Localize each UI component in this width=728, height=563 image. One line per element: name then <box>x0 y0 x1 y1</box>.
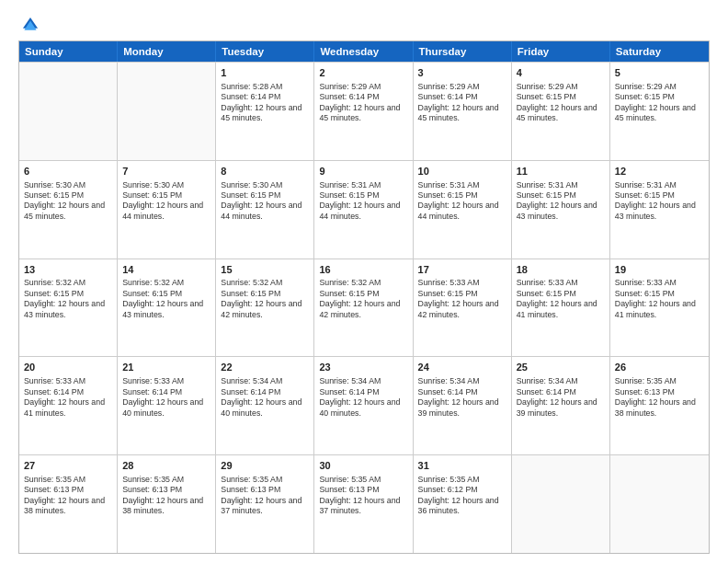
header-day-thursday: Thursday <box>414 41 512 62</box>
calendar: SundayMondayTuesdayWednesdayThursdayFrid… <box>18 40 710 554</box>
empty-cell <box>118 63 216 160</box>
day-cell-17: 17Sunrise: 5:33 AM Sunset: 6:15 PM Dayli… <box>414 259 512 357</box>
day-cell-19: 19Sunrise: 5:33 AM Sunset: 6:15 PM Dayli… <box>610 259 709 357</box>
day-number: 10 <box>418 165 506 178</box>
calendar-header: SundayMondayTuesdayWednesdayThursdayFrid… <box>19 41 709 62</box>
cell-info: Sunrise: 5:35 AM Sunset: 6:13 PM Dayligh… <box>615 376 704 419</box>
day-cell-25: 25Sunrise: 5:34 AM Sunset: 6:14 PM Dayli… <box>512 357 610 454</box>
cell-info: Sunrise: 5:29 AM Sunset: 6:15 PM Dayligh… <box>615 82 704 124</box>
day-cell-9: 9Sunrise: 5:31 AM Sunset: 6:15 PM Daylig… <box>314 161 413 259</box>
day-cell-29: 29Sunrise: 5:35 AM Sunset: 6:13 PM Dayli… <box>216 455 314 553</box>
day-cell-24: 24Sunrise: 5:34 AM Sunset: 6:14 PM Dayli… <box>414 357 512 454</box>
day-cell-8: 8Sunrise: 5:30 AM Sunset: 6:15 PM Daylig… <box>216 161 314 259</box>
cell-info: Sunrise: 5:30 AM Sunset: 6:15 PM Dayligh… <box>122 180 210 223</box>
day-number: 1 <box>221 66 309 80</box>
day-number: 8 <box>221 165 309 178</box>
cell-info: Sunrise: 5:29 AM Sunset: 6:15 PM Dayligh… <box>517 82 605 124</box>
day-cell-18: 18Sunrise: 5:33 AM Sunset: 6:15 PM Dayli… <box>512 259 610 357</box>
day-number: 6 <box>24 165 112 178</box>
header-day-wednesday: Wednesday <box>314 41 413 62</box>
header-day-tuesday: Tuesday <box>216 41 314 62</box>
day-cell-30: 30Sunrise: 5:35 AM Sunset: 6:13 PM Dayli… <box>314 455 413 553</box>
header-day-monday: Monday <box>118 41 216 62</box>
day-number: 13 <box>24 263 112 277</box>
day-number: 2 <box>319 66 407 80</box>
day-number: 16 <box>319 263 407 277</box>
day-number: 24 <box>418 361 506 374</box>
day-cell-14: 14Sunrise: 5:32 AM Sunset: 6:15 PM Dayli… <box>118 259 216 357</box>
day-number: 14 <box>122 263 210 277</box>
week-row-5: 27Sunrise: 5:35 AM Sunset: 6:13 PM Dayli… <box>19 454 709 553</box>
day-number: 28 <box>122 459 210 473</box>
empty-cell <box>610 455 709 553</box>
cell-info: Sunrise: 5:31 AM Sunset: 6:15 PM Dayligh… <box>418 180 506 223</box>
day-cell-23: 23Sunrise: 5:34 AM Sunset: 6:14 PM Dayli… <box>314 357 413 454</box>
day-cell-3: 3Sunrise: 5:29 AM Sunset: 6:14 PM Daylig… <box>414 63 512 160</box>
day-number: 30 <box>319 459 407 473</box>
day-cell-27: 27Sunrise: 5:35 AM Sunset: 6:13 PM Dayli… <box>19 455 118 553</box>
day-number: 4 <box>517 66 605 80</box>
page: SundayMondayTuesdayWednesdayThursdayFrid… <box>0 0 728 563</box>
cell-info: Sunrise: 5:35 AM Sunset: 6:13 PM Dayligh… <box>24 475 112 517</box>
day-cell-13: 13Sunrise: 5:32 AM Sunset: 6:15 PM Dayli… <box>19 259 118 357</box>
cell-info: Sunrise: 5:35 AM Sunset: 6:12 PM Dayligh… <box>418 475 506 517</box>
day-cell-21: 21Sunrise: 5:33 AM Sunset: 6:14 PM Dayli… <box>118 357 216 454</box>
day-number: 3 <box>418 66 506 80</box>
day-cell-11: 11Sunrise: 5:31 AM Sunset: 6:15 PM Dayli… <box>512 161 610 259</box>
day-number: 20 <box>24 361 112 374</box>
week-row-1: 1Sunrise: 5:28 AM Sunset: 6:14 PM Daylig… <box>19 62 709 160</box>
cell-info: Sunrise: 5:32 AM Sunset: 6:15 PM Dayligh… <box>24 278 112 320</box>
day-cell-15: 15Sunrise: 5:32 AM Sunset: 6:15 PM Dayli… <box>216 259 314 357</box>
day-number: 26 <box>615 361 704 374</box>
cell-info: Sunrise: 5:34 AM Sunset: 6:14 PM Dayligh… <box>319 376 407 419</box>
cell-info: Sunrise: 5:28 AM Sunset: 6:14 PM Dayligh… <box>221 82 309 124</box>
day-number: 27 <box>24 459 112 473</box>
day-cell-2: 2Sunrise: 5:29 AM Sunset: 6:14 PM Daylig… <box>314 63 413 160</box>
cell-info: Sunrise: 5:31 AM Sunset: 6:15 PM Dayligh… <box>319 180 407 223</box>
header-day-saturday: Saturday <box>610 41 709 62</box>
cell-info: Sunrise: 5:31 AM Sunset: 6:15 PM Dayligh… <box>615 180 704 223</box>
week-row-3: 13Sunrise: 5:32 AM Sunset: 6:15 PM Dayli… <box>19 259 709 357</box>
logo <box>18 15 42 35</box>
day-cell-20: 20Sunrise: 5:33 AM Sunset: 6:14 PM Dayli… <box>19 357 118 454</box>
day-number: 5 <box>615 66 704 80</box>
day-cell-1: 1Sunrise: 5:28 AM Sunset: 6:14 PM Daylig… <box>216 63 314 160</box>
day-number: 9 <box>319 165 407 178</box>
day-cell-26: 26Sunrise: 5:35 AM Sunset: 6:13 PM Dayli… <box>610 357 709 454</box>
cell-info: Sunrise: 5:34 AM Sunset: 6:14 PM Dayligh… <box>517 376 605 419</box>
cell-info: Sunrise: 5:32 AM Sunset: 6:15 PM Dayligh… <box>122 278 210 320</box>
cell-info: Sunrise: 5:34 AM Sunset: 6:14 PM Dayligh… <box>418 376 506 419</box>
day-number: 12 <box>615 165 704 178</box>
day-number: 19 <box>615 263 704 277</box>
cell-info: Sunrise: 5:33 AM Sunset: 6:14 PM Dayligh… <box>122 376 210 419</box>
logo-icon <box>20 15 40 35</box>
cell-info: Sunrise: 5:33 AM Sunset: 6:15 PM Dayligh… <box>517 278 605 320</box>
day-cell-5: 5Sunrise: 5:29 AM Sunset: 6:15 PM Daylig… <box>610 63 709 160</box>
day-cell-31: 31Sunrise: 5:35 AM Sunset: 6:12 PM Dayli… <box>414 455 512 553</box>
header-day-sunday: Sunday <box>19 41 118 62</box>
day-number: 17 <box>418 263 506 277</box>
empty-cell <box>512 455 610 553</box>
cell-info: Sunrise: 5:35 AM Sunset: 6:13 PM Dayligh… <box>122 475 210 517</box>
day-number: 21 <box>122 361 210 374</box>
cell-info: Sunrise: 5:30 AM Sunset: 6:15 PM Dayligh… <box>24 180 112 223</box>
cell-info: Sunrise: 5:32 AM Sunset: 6:15 PM Dayligh… <box>221 278 309 320</box>
day-cell-4: 4Sunrise: 5:29 AM Sunset: 6:15 PM Daylig… <box>512 63 610 160</box>
day-cell-7: 7Sunrise: 5:30 AM Sunset: 6:15 PM Daylig… <box>118 161 216 259</box>
day-number: 31 <box>418 459 506 473</box>
day-cell-6: 6Sunrise: 5:30 AM Sunset: 6:15 PM Daylig… <box>19 161 118 259</box>
day-number: 29 <box>221 459 309 473</box>
day-number: 25 <box>517 361 605 374</box>
cell-info: Sunrise: 5:35 AM Sunset: 6:13 PM Dayligh… <box>319 475 407 517</box>
day-number: 7 <box>122 165 210 178</box>
day-cell-22: 22Sunrise: 5:34 AM Sunset: 6:14 PM Dayli… <box>216 357 314 454</box>
cell-info: Sunrise: 5:29 AM Sunset: 6:14 PM Dayligh… <box>319 82 407 124</box>
week-row-4: 20Sunrise: 5:33 AM Sunset: 6:14 PM Dayli… <box>19 356 709 454</box>
calendar-body: 1Sunrise: 5:28 AM Sunset: 6:14 PM Daylig… <box>19 62 709 553</box>
day-number: 22 <box>221 361 309 374</box>
empty-cell <box>19 63 118 160</box>
day-number: 11 <box>517 165 605 178</box>
cell-info: Sunrise: 5:32 AM Sunset: 6:15 PM Dayligh… <box>319 278 407 320</box>
cell-info: Sunrise: 5:34 AM Sunset: 6:14 PM Dayligh… <box>221 376 309 419</box>
cell-info: Sunrise: 5:35 AM Sunset: 6:13 PM Dayligh… <box>221 475 309 517</box>
